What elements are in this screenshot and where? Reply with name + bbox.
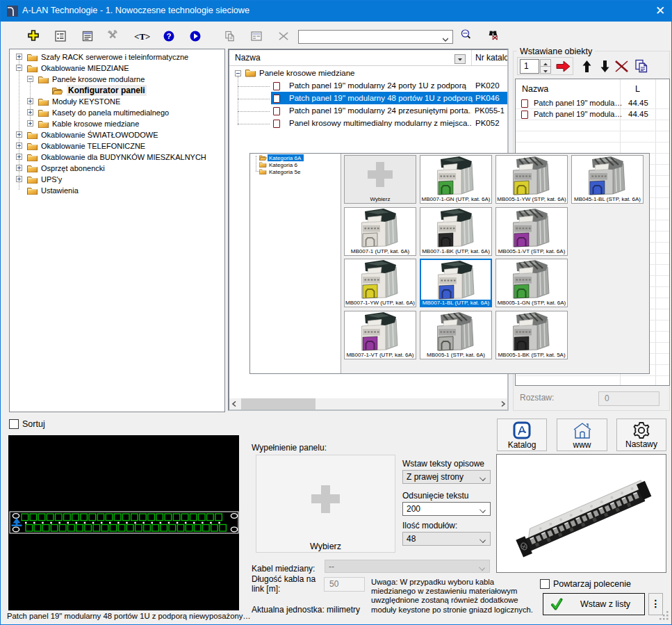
svg-text:?: ? <box>166 32 171 40</box>
